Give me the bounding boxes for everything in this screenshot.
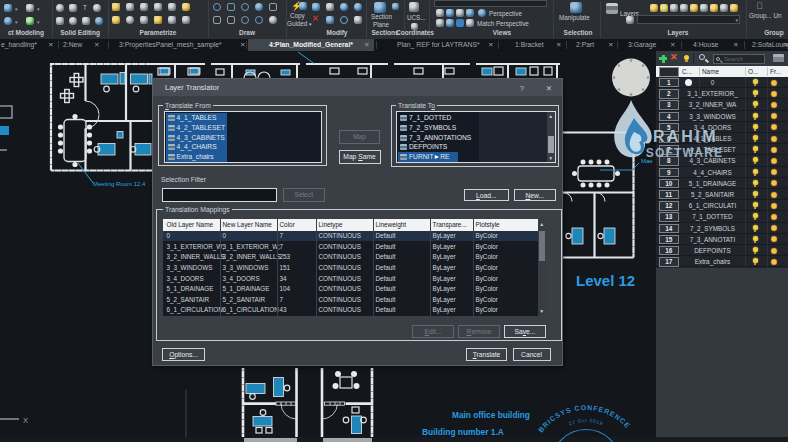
svg-text:X: X bbox=[23, 416, 28, 425]
svg-text:27 Oct 2019: 27 Oct 2019 bbox=[568, 418, 604, 426]
